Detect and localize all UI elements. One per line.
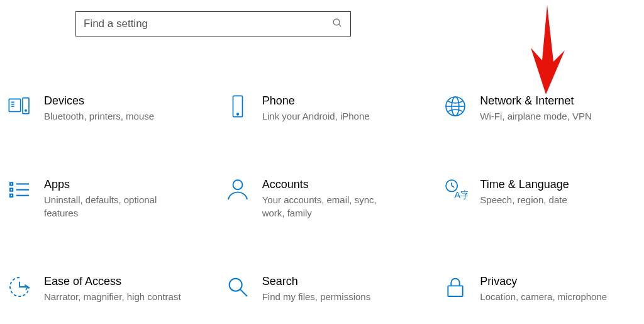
category-time-language[interactable]: A字 Time & Language Speech, region, date <box>442 177 635 220</box>
svg-line-1 <box>339 24 341 26</box>
svg-rect-2 <box>9 99 20 111</box>
tile-title: Network & Internet <box>480 94 592 108</box>
svg-point-0 <box>333 19 340 25</box>
tile-text: Search Find my files, permissions <box>262 274 371 303</box>
svg-rect-13 <box>10 183 13 186</box>
person-icon <box>225 177 251 203</box>
tile-text: Devices Bluetooth, printers, mouse <box>44 93 154 123</box>
tile-text: Time & Language Speech, region, date <box>480 177 569 206</box>
tile-text: Ease of Access Narrator, magnifier, high… <box>44 274 181 303</box>
tile-subtitle: Bluetooth, printers, mouse <box>44 110 154 123</box>
svg-rect-17 <box>10 194 13 197</box>
tile-subtitle: Location, camera, microphone <box>480 291 607 303</box>
tile-subtitle: Your accounts, email, sync, work, family <box>262 194 401 220</box>
tile-title: Devices <box>44 94 154 108</box>
settings-search-box[interactable] <box>75 11 351 36</box>
tile-subtitle: Speech, region, date <box>480 194 569 206</box>
tile-title: Time & Language <box>480 178 569 191</box>
svg-line-22 <box>452 186 454 188</box>
tile-text: Phone Link your Android, iPhone <box>262 93 370 123</box>
category-apps[interactable]: Apps Uninstall, defaults, optional featu… <box>6 177 199 220</box>
magnifier-icon <box>225 274 251 300</box>
tile-title: Accounts <box>262 178 401 191</box>
category-search[interactable]: Search Find my files, permissions <box>225 274 418 303</box>
svg-point-24 <box>229 278 242 291</box>
tile-subtitle: Uninstall, defaults, optional features <box>44 194 182 220</box>
category-privacy[interactable]: Privacy Location, camera, microphone <box>442 274 635 303</box>
tile-title: Phone <box>262 94 370 108</box>
svg-line-25 <box>240 289 247 296</box>
tile-text: Apps Uninstall, defaults, optional featu… <box>44 177 182 220</box>
settings-search-row <box>0 0 644 36</box>
category-devices[interactable]: Devices Bluetooth, printers, mouse <box>6 93 199 123</box>
svg-text:A字: A字 <box>455 190 469 201</box>
tile-text: Privacy Location, camera, microphone <box>480 274 607 303</box>
svg-point-9 <box>236 113 238 115</box>
settings-categories-grid: Devices Bluetooth, printers, mouse Phone… <box>6 93 635 303</box>
apps-list-icon <box>6 177 33 203</box>
ease-of-access-icon <box>6 274 33 300</box>
devices-icon <box>6 93 33 120</box>
category-phone[interactable]: Phone Link your Android, iPhone <box>225 93 418 123</box>
tile-text: Network & Internet Wi-Fi, airplane mode,… <box>480 93 592 123</box>
tile-title: Privacy <box>480 275 607 288</box>
svg-rect-15 <box>10 189 13 191</box>
tile-subtitle: Find my files, permissions <box>262 291 371 303</box>
tile-title: Apps <box>44 178 182 191</box>
tile-title: Ease of Access <box>44 275 181 288</box>
time-language-icon: A字 <box>442 177 469 203</box>
svg-point-7 <box>25 110 26 111</box>
category-ease-of-access[interactable]: Ease of Access Narrator, magnifier, high… <box>6 274 199 303</box>
search-icon <box>332 18 343 31</box>
tile-subtitle: Wi-Fi, airplane mode, VPN <box>480 110 592 123</box>
category-accounts[interactable]: Accounts Your accounts, email, sync, wor… <box>225 177 418 220</box>
tile-title: Search <box>262 275 371 288</box>
lock-icon <box>442 274 469 300</box>
tile-text: Accounts Your accounts, email, sync, wor… <box>262 177 401 220</box>
svg-point-19 <box>233 180 242 189</box>
search-input[interactable] <box>84 18 327 30</box>
tile-subtitle: Link your Android, iPhone <box>262 110 370 123</box>
globe-icon <box>442 93 469 120</box>
svg-rect-26 <box>448 286 463 296</box>
tile-subtitle: Narrator, magnifier, high contrast <box>44 291 181 303</box>
category-network-internet[interactable]: Network & Internet Wi-Fi, airplane mode,… <box>442 93 635 123</box>
phone-icon <box>225 93 251 120</box>
